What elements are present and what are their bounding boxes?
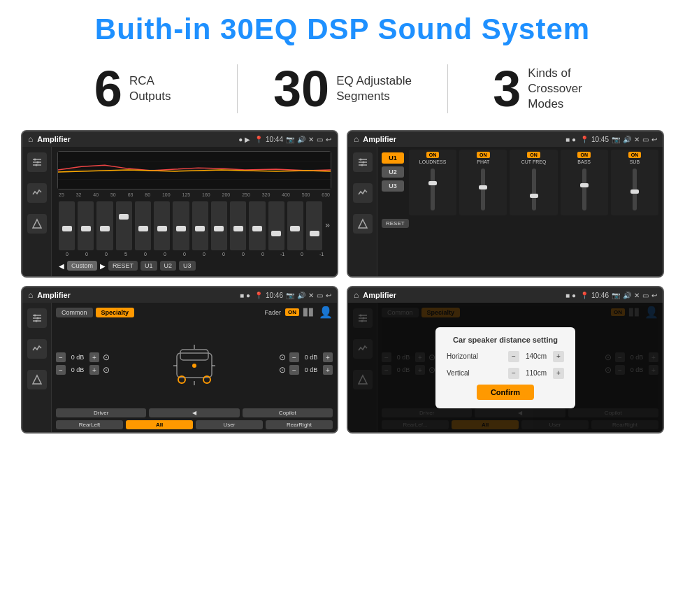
- eq-sidebar-btn-3[interactable]: [27, 214, 47, 234]
- dsp-reset-btn[interactable]: RESET: [382, 219, 409, 228]
- eq-val-10: 0: [254, 252, 271, 257]
- eq-slider-13[interactable]: [306, 201, 322, 250]
- dialog-horizontal-minus[interactable]: −: [508, 351, 519, 362]
- eq-label-12: 400: [282, 192, 290, 197]
- eq-next-btn[interactable]: ▶: [100, 262, 106, 270]
- eq-u2-btn[interactable]: U2: [160, 261, 177, 271]
- fader-db-row-4: ⊙ − 0 dB +: [279, 365, 333, 375]
- fader-left-plus-1[interactable]: +: [89, 352, 99, 362]
- dialog-confirm-button[interactable]: Confirm: [477, 385, 534, 400]
- fader-left-minus-1[interactable]: −: [56, 352, 66, 362]
- eq-screen: ⌂ Amplifier ● ▶ 📍 10:44 📷 🔊 ✕ ▭ ↩: [21, 130, 338, 278]
- fader-common-tab[interactable]: Common: [56, 308, 93, 317]
- dsp-u3-btn[interactable]: U3: [382, 180, 404, 192]
- dsp-time: 10:45: [591, 136, 609, 143]
- dsp-phat-on[interactable]: ON: [477, 152, 490, 158]
- fader-home-icon[interactable]: ⌂: [28, 290, 33, 300]
- dsp-bass-on[interactable]: ON: [577, 152, 591, 158]
- eq-slider-7[interactable]: [192, 201, 208, 250]
- svg-point-14: [359, 159, 361, 161]
- eq-reset-btn[interactable]: RESET: [108, 261, 138, 271]
- dsp-back-icon[interactable]: ↩: [651, 136, 657, 143]
- eq-label-1: 32: [76, 192, 82, 197]
- fader-left-plus-2[interactable]: +: [89, 365, 99, 375]
- dialog-horizontal-plus[interactable]: +: [553, 351, 564, 362]
- fader-sidebar-btn-2[interactable]: [27, 339, 47, 359]
- dsp-sub-name: SUB: [630, 159, 640, 164]
- dsp-u-buttons: U1 U2 U3: [382, 152, 404, 192]
- dsp-status-icons: 📍 10:45 📷 🔊 ✕ ▭ ↩: [580, 136, 657, 143]
- eq-slider-6[interactable]: [173, 201, 189, 250]
- eq-label-13: 500: [302, 192, 310, 197]
- page-title: Buith-in 30EQ DSP Sound System: [14, 13, 671, 46]
- dsp-sidebar-btn-2[interactable]: [353, 183, 373, 203]
- back-icon[interactable]: ↩: [326, 136, 331, 143]
- dialog-title: Car speaker distance setting: [447, 336, 564, 344]
- dialog-back-icon[interactable]: ↩: [651, 292, 657, 299]
- dsp-cutfreq-slider[interactable]: [532, 169, 536, 210]
- fader-back-icon[interactable]: ↩: [326, 292, 331, 299]
- fader-sidebar-btn-1[interactable]: [27, 308, 47, 328]
- dsp-u1-btn[interactable]: U1: [382, 152, 404, 164]
- fader-copilot-btn[interactable]: Copilot: [243, 408, 333, 417]
- fader-time: 10:46: [266, 292, 283, 299]
- eq-slider-5[interactable]: [154, 201, 170, 250]
- dsp-sidebar-btn-1[interactable]: [353, 152, 373, 172]
- eq-u1-btn[interactable]: U1: [140, 261, 157, 271]
- fader-sidebar-btn-3[interactable]: [27, 370, 47, 389]
- dsp-cutfreq-on[interactable]: ON: [527, 152, 540, 158]
- eq-slider-2[interactable]: [96, 201, 113, 250]
- eq-slider-1[interactable]: [78, 201, 94, 250]
- fader-all-btn[interactable]: All: [126, 420, 193, 429]
- fader-right-plus-1[interactable]: +: [323, 352, 333, 362]
- dsp-sub-slider[interactable]: [633, 169, 637, 210]
- dsp-sub-on[interactable]: ON: [628, 152, 642, 158]
- fader-user-btn[interactable]: User: [196, 420, 263, 429]
- eq-u3-btn[interactable]: U3: [179, 261, 196, 271]
- fader-right-minus-2[interactable]: −: [289, 365, 299, 375]
- fader-specialty-tab[interactable]: Specialty: [96, 308, 135, 317]
- home-icon[interactable]: ⌂: [28, 134, 33, 144]
- fader-rearleft-btn[interactable]: RearLeft: [56, 420, 123, 429]
- dialog-vertical-plus[interactable]: +: [553, 368, 564, 379]
- dialog-horizontal-row: Horizontal − 140cm +: [447, 351, 564, 362]
- svg-marker-24: [33, 375, 41, 384]
- fader-screen: ⌂ Amplifier ■ ● 📍 10:46 📷 🔊 ✕ ▭ ↩: [21, 286, 338, 434]
- eq-slider-10[interactable]: [249, 201, 265, 250]
- fader-right-plus-2[interactable]: +: [323, 365, 333, 375]
- dialog-vertical-minus[interactable]: −: [508, 368, 519, 379]
- eq-label-5: 80: [145, 192, 150, 197]
- dsp-loudness-slider[interactable]: [431, 169, 435, 210]
- eq-slider-9[interactable]: [230, 201, 246, 250]
- dsp-loudness-on[interactable]: ON: [426, 152, 440, 158]
- eq-sidebar-btn-1[interactable]: [27, 152, 47, 172]
- dsp-u2-btn[interactable]: U2: [382, 166, 404, 178]
- dsp-sidebar-btn-3[interactable]: [353, 214, 373, 234]
- eq-label-9: 200: [222, 192, 231, 197]
- eq-slider-3[interactable]: [116, 201, 132, 250]
- eq-sliders: »: [57, 200, 331, 250]
- dialog-home-icon[interactable]: ⌂: [354, 290, 359, 300]
- fader-arrow-left[interactable]: ◀: [149, 408, 239, 417]
- eq-slider-0[interactable]: [59, 201, 75, 250]
- dsp-loudness-channel: ON LOUDNESS: [409, 150, 456, 215]
- fader-left-minus-2[interactable]: −: [56, 365, 66, 375]
- eq-slider-12[interactable]: [287, 201, 303, 250]
- fader-on-badge[interactable]: ON: [285, 308, 299, 316]
- fader-driver-btn[interactable]: Driver: [56, 408, 146, 417]
- dsp-bass-slider[interactable]: [582, 169, 586, 210]
- svg-point-15: [362, 162, 364, 164]
- eq-sidebar-btn-2[interactable]: [27, 183, 47, 203]
- eq-slider-4[interactable]: [135, 201, 151, 250]
- eq-slider-11[interactable]: [268, 201, 284, 250]
- eq-custom-btn[interactable]: Custom: [67, 261, 97, 271]
- fader-rearright-btn[interactable]: RearRight: [266, 420, 333, 429]
- dsp-home-icon[interactable]: ⌂: [354, 134, 359, 144]
- dsp-phat-slider[interactable]: [481, 169, 485, 210]
- eq-more-icon[interactable]: »: [325, 220, 330, 230]
- eq-slider-8[interactable]: [211, 201, 227, 250]
- fader-right-minus-1[interactable]: −: [289, 352, 299, 362]
- eq-prev-btn[interactable]: ◀: [59, 262, 64, 270]
- dialog-vertical-value: 110cm: [522, 369, 550, 377]
- eq-screen-body: 25 32 40 50 63 80 100 125 160 200 250 32…: [22, 147, 337, 276]
